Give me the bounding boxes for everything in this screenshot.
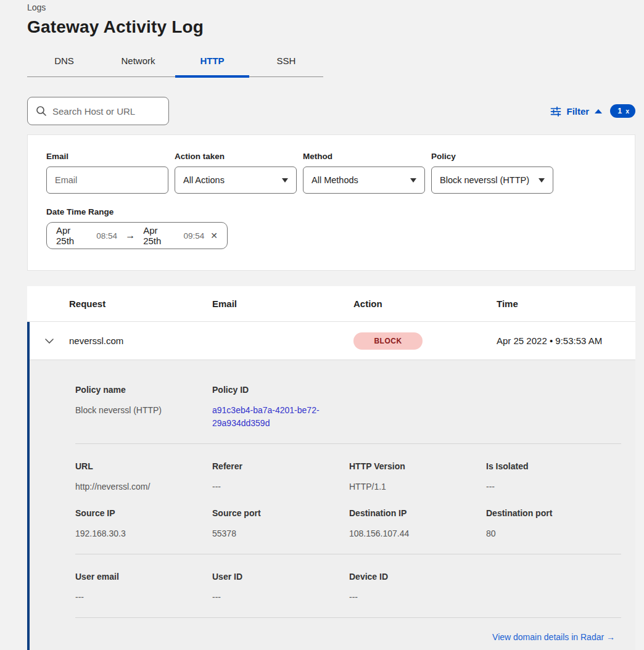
search-input[interactable] bbox=[52, 106, 160, 117]
user-details-row: User email --- User ID --- Device ID --- bbox=[30, 554, 635, 604]
source-ip-value: 192.168.30.3 bbox=[75, 527, 212, 540]
filter-count-badge[interactable]: 1 x bbox=[610, 104, 635, 118]
http-details-row-2: Source IP 192.168.30.3 Source port 55378… bbox=[30, 493, 635, 540]
column-header-request: Request bbox=[69, 298, 212, 309]
url-value: http://neverssl.com/ bbox=[75, 480, 212, 493]
method-filter-label: Method bbox=[303, 152, 425, 161]
user-email-value: --- bbox=[75, 591, 212, 604]
policy-filter-select[interactable]: Block neverssl (HTTP) bbox=[431, 167, 553, 194]
empty-cell bbox=[486, 572, 623, 604]
device-id-label: Device ID bbox=[349, 572, 486, 582]
method-filter-field: Method All Methods bbox=[303, 152, 425, 194]
source-port-label: Source port bbox=[212, 508, 349, 518]
policy-name-value: Block neverssl (HTTP) bbox=[75, 404, 212, 417]
filter-sliders-icon bbox=[550, 106, 561, 117]
policy-name-label: Policy name bbox=[75, 385, 212, 395]
filter-toggle-button[interactable]: Filter 1 x bbox=[550, 104, 635, 118]
device-id-value: --- bbox=[349, 591, 486, 604]
chevron-down-icon bbox=[45, 338, 54, 344]
action-filter-value: All Actions bbox=[183, 175, 225, 185]
clear-date-range-icon[interactable]: ✕ bbox=[210, 231, 218, 241]
destination-port-label: Destination port bbox=[486, 508, 623, 518]
column-header-time: Time bbox=[497, 298, 635, 309]
column-header-action: Action bbox=[353, 298, 497, 309]
collapse-caret-icon bbox=[595, 109, 602, 113]
policy-name-cell: Policy name Block neverssl (HTTP) bbox=[75, 385, 212, 430]
search-box[interactable] bbox=[27, 97, 169, 125]
table-row[interactable]: neverssl.com BLOCK Apr 25 2022 • 9:53:53… bbox=[30, 322, 635, 360]
is-isolated-value: --- bbox=[486, 480, 623, 493]
http-version-label: HTTP Version bbox=[349, 461, 486, 471]
user-id-label: User ID bbox=[212, 572, 349, 582]
toolbar: Filter 1 x bbox=[27, 97, 635, 125]
method-filter-value: All Methods bbox=[312, 175, 358, 185]
is-isolated-cell: Is Isolated --- bbox=[486, 461, 623, 493]
referer-label: Referer bbox=[212, 461, 349, 471]
activity-log-table: Request Email Action Time neverssl.com B… bbox=[27, 286, 635, 650]
source-ip-cell: Source IP 192.168.30.3 bbox=[75, 508, 212, 540]
filter-count: 1 bbox=[617, 107, 622, 115]
row-action: BLOCK bbox=[353, 332, 497, 350]
policy-filter-label: Policy bbox=[431, 152, 553, 161]
chevron-down-icon bbox=[539, 178, 545, 183]
is-isolated-label: Is Isolated bbox=[486, 461, 623, 471]
range-arrow-icon: → bbox=[123, 230, 137, 241]
source-ip-label: Source IP bbox=[75, 508, 212, 518]
view-radar-link[interactable]: View domain details in Radar → bbox=[492, 632, 615, 642]
http-details-row-1: URL http://neverssl.com/ Referer --- HTT… bbox=[30, 444, 635, 493]
filter-clear-x[interactable]: x bbox=[625, 107, 629, 115]
email-filter-field: Email bbox=[46, 152, 168, 194]
block-status-badge: BLOCK bbox=[353, 332, 423, 350]
url-cell: URL http://neverssl.com/ bbox=[75, 461, 212, 493]
column-header-email: Email bbox=[212, 298, 353, 309]
filter-fields-row: Email Action taken All Actions Method Al… bbox=[46, 152, 616, 194]
destination-ip-label: Destination IP bbox=[349, 508, 486, 518]
row-expand-chevron[interactable] bbox=[30, 338, 69, 344]
row-request: neverssl.com bbox=[69, 335, 212, 346]
radar-link-row: View domain details in Radar → bbox=[30, 618, 635, 643]
chevron-down-icon bbox=[282, 178, 288, 183]
tab-dns[interactable]: DNS bbox=[27, 51, 101, 76]
date-range-label: Date Time Range bbox=[46, 207, 616, 216]
filter-label: Filter bbox=[567, 106, 590, 117]
row-time: Apr 25 2022 • 9:53:53 AM bbox=[497, 335, 635, 346]
destination-ip-value: 108.156.107.44 bbox=[349, 527, 486, 540]
chevron-down-icon bbox=[410, 178, 416, 183]
search-icon bbox=[36, 105, 47, 117]
policy-id-cell: Policy ID a91c3eb4-ba7a-4201-be72-29a934… bbox=[212, 385, 349, 430]
user-id-cell: User ID --- bbox=[212, 572, 349, 604]
tab-http[interactable]: HTTP bbox=[175, 51, 249, 76]
tab-network[interactable]: Network bbox=[101, 51, 175, 76]
destination-ip-cell: Destination IP 108.156.107.44 bbox=[349, 508, 486, 540]
user-email-label: User email bbox=[75, 572, 212, 582]
referer-value: --- bbox=[212, 480, 349, 493]
end-time: 09:54 bbox=[183, 231, 204, 241]
gateway-activity-log-page: Logs Gateway Activity Log DNS Network HT… bbox=[0, 0, 644, 650]
expanded-row-group: neverssl.com BLOCK Apr 25 2022 • 9:53:53… bbox=[27, 322, 635, 650]
device-id-cell: Device ID --- bbox=[349, 572, 486, 604]
source-port-cell: Source port 55378 bbox=[212, 508, 349, 540]
policy-filter-field: Policy Block neverssl (HTTP) bbox=[431, 152, 553, 194]
destination-port-value: 80 bbox=[486, 527, 623, 540]
url-label: URL bbox=[75, 461, 212, 471]
table-header-row: Request Email Action Time bbox=[27, 286, 635, 322]
log-type-tabs: DNS Network HTTP SSH bbox=[27, 51, 323, 77]
action-filter-select[interactable]: All Actions bbox=[175, 167, 297, 194]
tab-ssh[interactable]: SSH bbox=[249, 51, 323, 76]
email-filter-label: Email bbox=[46, 152, 168, 161]
destination-port-cell: Destination port 80 bbox=[486, 508, 623, 540]
source-port-value: 55378 bbox=[212, 527, 349, 540]
date-range-field: Date Time Range Apr 25th 08:54 → Apr 25t… bbox=[46, 207, 616, 249]
row-details-panel: Policy name Block neverssl (HTTP) Policy… bbox=[30, 360, 635, 650]
policy-filter-value: Block neverssl (HTTP) bbox=[440, 175, 529, 185]
end-date: Apr 25th bbox=[143, 225, 177, 246]
email-filter-input[interactable] bbox=[55, 175, 160, 185]
breadcrumb[interactable]: Logs bbox=[27, 2, 635, 12]
policy-id-link[interactable]: a91c3eb4-ba7a-4201-be72-29a934dd359d bbox=[212, 404, 333, 430]
start-date: Apr 25th bbox=[56, 225, 90, 246]
method-filter-select[interactable]: All Methods bbox=[303, 167, 425, 194]
http-version-value: HTTP/1.1 bbox=[349, 480, 486, 493]
date-range-picker[interactable]: Apr 25th 08:54 → Apr 25th 09:54 ✕ bbox=[46, 222, 228, 249]
http-version-cell: HTTP Version HTTP/1.1 bbox=[349, 461, 486, 493]
filter-panel: Email Action taken All Actions Method Al… bbox=[27, 134, 635, 271]
